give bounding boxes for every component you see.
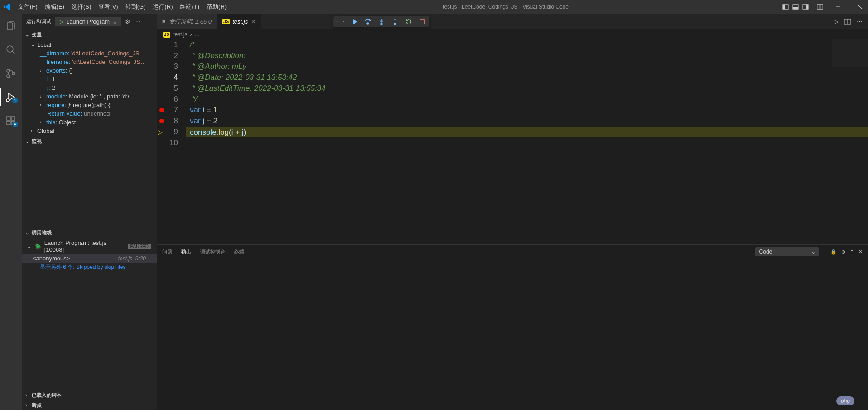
var-this[interactable]: ›this: Object xyxy=(22,118,157,127)
breakpoints-header[interactable]: ›断点 xyxy=(22,400,157,410)
menu-edit[interactable]: 编辑(E) xyxy=(41,0,68,14)
step-over-button[interactable] xyxy=(364,18,371,25)
extensions-badge: ● xyxy=(12,122,18,127)
svg-point-25 xyxy=(381,23,382,25)
tabs-row: ≡ 发行说明: 1.66.0 JS test.js ✕ ⋮⋮ ▷ ⋯ xyxy=(157,14,868,29)
close-panel-icon[interactable]: ✕ xyxy=(858,249,863,255)
restart-button[interactable] xyxy=(405,18,412,25)
tab-release-notes[interactable]: ≡ 发行说明: 1.66.0 xyxy=(157,14,217,29)
extensions-icon[interactable]: ● xyxy=(0,112,22,130)
step-into-button[interactable] xyxy=(378,18,385,25)
launch-config-select[interactable]: ▷ Launch Program ⌄ xyxy=(55,17,121,26)
menu-goto[interactable]: 转到(G) xyxy=(122,0,149,14)
tab-test-js[interactable]: JS test.js ✕ xyxy=(217,14,261,29)
maximize-button[interactable] xyxy=(844,2,854,11)
clear-icon[interactable]: ⊘ xyxy=(841,249,845,255)
var-module[interactable]: ›module: Module {id: '.', path: 'd:\… xyxy=(22,92,157,101)
frame-name: <anonymous> xyxy=(33,255,70,262)
debug-badge: 1 xyxy=(12,98,18,103)
search-icon[interactable] xyxy=(0,41,22,59)
split-editor-icon[interactable] xyxy=(844,18,851,25)
continue-button[interactable] xyxy=(351,18,358,25)
svg-rect-1 xyxy=(783,5,785,10)
close-icon[interactable]: ✕ xyxy=(251,18,256,25)
chevron-up-icon[interactable]: ⌃ xyxy=(850,249,854,255)
var-dirname[interactable]: __dirname: 'd:\LeetCode_Codings_JS' xyxy=(22,49,157,58)
minimize-button[interactable] xyxy=(834,2,843,11)
variables-section-header[interactable]: ⌄变量 xyxy=(22,29,157,39)
svg-rect-19 xyxy=(11,117,15,120)
breadcrumb-more: ... xyxy=(195,31,199,38)
var-i[interactable]: i: 1 xyxy=(22,75,157,83)
tab-label: 发行说明: 1.66.0 xyxy=(169,18,212,26)
stop-button[interactable] xyxy=(419,18,426,25)
run-debug-label: 运行和调试 xyxy=(26,18,51,25)
layout-bottom-icon[interactable] xyxy=(791,2,800,11)
menu-file[interactable]: 文件(F) xyxy=(14,0,41,14)
step-out-button[interactable] xyxy=(391,18,399,25)
svg-line-13 xyxy=(12,51,15,54)
svg-rect-3 xyxy=(793,7,798,9)
svg-rect-6 xyxy=(817,5,820,10)
svg-rect-20 xyxy=(7,121,10,125)
launch-config-name: Launch Program xyxy=(66,18,110,25)
js-icon: JS xyxy=(222,19,230,24)
menu-view[interactable]: 查看(V) xyxy=(95,0,121,14)
global-scope[interactable]: ›Global xyxy=(22,127,157,135)
callstack-frame[interactable]: <anonymous> test.js 9:20 xyxy=(22,254,157,263)
debug-icon[interactable]: 1 xyxy=(0,88,22,106)
more-icon[interactable]: ⋯ xyxy=(857,18,863,25)
grip-icon[interactable]: ⋮⋮ xyxy=(337,18,344,25)
callstack-program[interactable]: ⌄ 🪲 Launch Program: test.js [10068] PAUS… xyxy=(22,239,157,254)
panel-tab-problems[interactable]: 问题 xyxy=(162,247,172,257)
layout-right-icon[interactable] xyxy=(801,2,810,11)
menu-run[interactable]: 运行(R) xyxy=(149,0,176,14)
breadcrumb-file: test.js xyxy=(173,31,187,38)
minimap[interactable] xyxy=(832,39,868,67)
svg-point-27 xyxy=(394,23,396,25)
list-icon: ≡ xyxy=(162,18,166,25)
panel-tab-terminal[interactable]: 终端 xyxy=(234,247,244,257)
svg-point-16 xyxy=(12,72,15,75)
layout-custom-icon[interactable] xyxy=(815,2,825,11)
menu-terminal[interactable]: 终端(T) xyxy=(176,0,203,14)
var-return[interactable]: Return value: undefined xyxy=(22,109,157,118)
code-lines[interactable]: /* * @Description: * @Author: mLy * @Dat… xyxy=(186,39,868,244)
close-button[interactable] xyxy=(855,2,864,11)
activity-bar: 1 ● xyxy=(0,14,22,410)
svg-point-17 xyxy=(6,99,9,102)
breadcrumb[interactable]: JS test.js › ... xyxy=(157,29,868,39)
callstack-section-header[interactable]: ⌄调用堆栈 xyxy=(22,228,157,238)
debug-toolbar[interactable]: ⋮⋮ xyxy=(333,16,429,27)
layout-left-icon[interactable] xyxy=(781,2,790,11)
code-editor[interactable]: 1 2 3 4 5 6 7 8 ▷9 10 /* * @Description:… xyxy=(157,39,868,244)
panel-tab-output[interactable]: 输出 xyxy=(181,246,191,257)
var-require[interactable]: ›require: ƒ require(path) { xyxy=(22,101,157,109)
source-control-icon[interactable] xyxy=(0,64,22,83)
watch-section-header[interactable]: ⌄监视 xyxy=(22,136,157,146)
filter-icon[interactable]: ≡ xyxy=(823,249,826,254)
gear-icon[interactable]: ⚙ xyxy=(125,18,130,25)
panel-body[interactable] xyxy=(157,259,868,410)
more-icon[interactable]: ⋯ xyxy=(134,18,140,25)
vscode-icon xyxy=(4,3,11,10)
breakpoint-icon[interactable] xyxy=(159,108,164,112)
svg-rect-7 xyxy=(820,5,823,10)
svg-point-12 xyxy=(7,46,13,52)
var-exports[interactable]: ›exports: {} xyxy=(22,66,157,75)
lock-icon[interactable]: 🔒 xyxy=(830,249,837,255)
panel-tab-debug-console[interactable]: 调试控制台 xyxy=(200,247,225,257)
var-filename[interactable]: __filename: 'd:\LeetCode_Codings_JS… xyxy=(22,58,157,66)
menu-select[interactable]: 选择(S) xyxy=(68,0,95,14)
local-scope[interactable]: ⌄Local xyxy=(22,40,157,49)
menu-help[interactable]: 帮助(H) xyxy=(203,0,230,14)
skip-files-link[interactable]: 显示另外 6 个: Skipped by skipFiles xyxy=(22,263,157,272)
var-j[interactable]: j: 2 xyxy=(22,83,157,92)
window-title: test.js - LeetCode_Codings_JS - Visual S… xyxy=(230,4,781,10)
breakpoint-icon[interactable] xyxy=(159,119,164,123)
loaded-scripts-header[interactable]: ›已载入的脚本 xyxy=(22,390,157,400)
output-channel-select[interactable]: Code⌄ xyxy=(755,247,819,256)
explorer-icon[interactable] xyxy=(0,17,22,35)
current-line-icon: ▷ xyxy=(158,127,163,137)
run-icon[interactable]: ▷ xyxy=(834,18,839,25)
